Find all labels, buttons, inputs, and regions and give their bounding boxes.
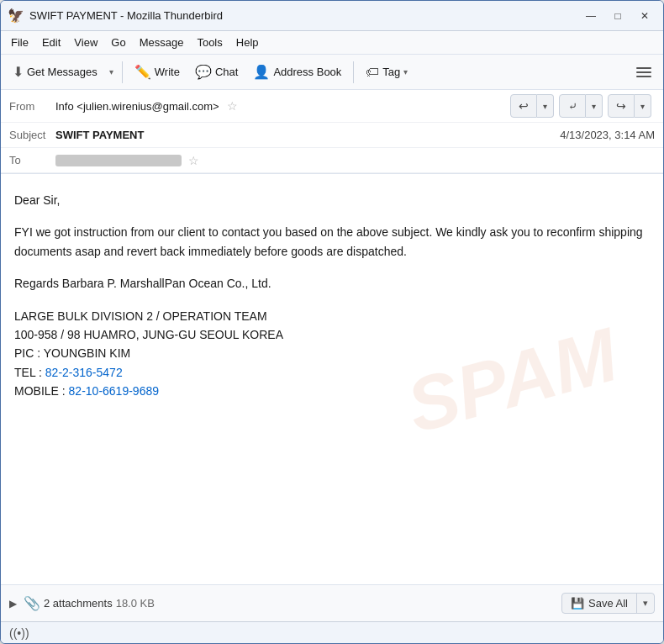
toolbar-divider-1 [122,61,123,83]
menu-edit[interactable]: Edit [35,34,67,50]
email-date: 4/13/2023, 3:14 AM [560,129,655,141]
company-line1: LARGE BULK DIVISION 2 / OPERATION TEAM [14,307,650,325]
menu-tools[interactable]: Tools [190,34,229,50]
chat-label: Chat [215,66,238,78]
close-button[interactable]: ✕ [633,7,656,25]
email-content: Dear Sir, FYI we got instruction from ou… [14,191,650,401]
save-all-icon: 💾 [571,597,584,610]
address-book-icon: 👤 [253,64,270,80]
minimize-button[interactable]: — [579,7,603,25]
reply-all-button[interactable]: ⤶ [559,94,586,118]
from-row: From Info <julien.wirenius@gmail.com> ☆ … [1,90,663,123]
tag-label: Tag [382,66,400,78]
forward-button[interactable]: ↪ [608,94,635,118]
from-name: Info [55,100,74,113]
reply-group: ↩ ▾ [510,94,554,118]
company-line2: 100-958 / 98 HUAMRO, JUNG-GU SEOUL KOREA [14,325,650,344]
subject-value: SWIFT PAYMENT [55,129,560,141]
menu-bar: File Edit View Go Message Tools Help [1,31,663,55]
subject-row: Subject SWIFT PAYMENT 4/13/2023, 3:14 AM [1,123,663,148]
menu-message[interactable]: Message [133,34,191,50]
email-header: From Info <julien.wirenius@gmail.com> ☆ … [1,90,663,174]
window-controls: — □ ✕ [579,7,656,25]
save-all-button[interactable]: 💾 Save All ▾ [561,593,655,614]
hamburger-menu-button[interactable] [630,62,658,82]
reply-all-group: ⤶ ▾ [559,94,603,118]
title-bar: 🦅 SWIFT PAYMENT - Mozilla Thunderbird — … [1,1,663,31]
attachments-count: 2 attachments [44,597,113,610]
tag-button[interactable]: 🏷 Tag ▾ [359,61,414,83]
save-all-label: Save All [588,597,628,610]
thunderbird-window: 🦅 SWIFT PAYMENT - Mozilla Thunderbird — … [0,0,664,644]
get-messages-dropdown-arrow: ▾ [109,67,113,77]
get-messages-dropdown[interactable]: ▾ [106,64,117,80]
to-value [55,155,182,166]
from-email: julien.wirenius@gmail.com [83,100,213,113]
address-book-label: Address Book [273,66,341,78]
menu-help[interactable]: Help [229,34,266,50]
address-book-button[interactable]: 👤 Address Book [246,61,348,83]
tel-link[interactable]: 82-2-316-5472 [45,366,123,379]
reply-toolbar: ↩ ▾ ⤶ ▾ ↪ ▾ [510,94,655,118]
reply-all-dropdown-button[interactable]: ▾ [586,94,603,118]
window-title: SWIFT PAYMENT - Mozilla Thunderbird [29,9,579,22]
write-icon: ✏️ [134,64,151,80]
mobile-label: MOBILE : [14,384,69,398]
hamburger-line-3 [636,76,651,77]
get-messages-icon: ⬇ [13,64,24,80]
attachments-bar: ▶ 📎 2 attachments 18.0 KB 💾 Save All ▾ [1,584,663,621]
maximize-button[interactable]: □ [606,7,630,25]
forward-group: ↪ ▾ [608,94,651,118]
get-messages-button[interactable]: ⬇ Get Messages [6,61,104,83]
menu-go[interactable]: Go [104,34,132,50]
save-all-main[interactable]: 💾 Save All [562,594,637,613]
tag-dropdown-arrow: ▾ [403,67,408,77]
menu-file[interactable]: File [4,34,35,50]
mobile-link[interactable]: 82-10-6619-9689 [69,384,159,398]
from-star-icon[interactable]: ☆ [227,99,238,113]
tel-line: TEL : 82-2-316-5472 [14,363,650,382]
regards-line: Regards Barbara P. MarshallPan Ocean Co.… [14,274,650,293]
company-line3: PIC : YOUNGBIN KIM [14,344,650,362]
get-messages-label: Get Messages [27,66,97,78]
write-label: Write [155,66,180,78]
connection-status-icon: ((•)) [9,626,29,640]
tag-icon: 🏷 [366,65,379,80]
to-label: To [9,154,55,166]
hamburger-line-2 [636,71,651,73]
status-bar: ((•)) [1,621,663,643]
attachments-size: 18.0 KB [116,597,155,610]
forward-dropdown-button[interactable]: ▾ [635,94,651,118]
from-label: From [9,100,55,113]
tel-label: TEL : [14,366,45,379]
subject-label: Subject [9,129,55,141]
main-toolbar: ⬇ Get Messages ▾ ✏️ Write 💬 Chat 👤 Addre… [1,55,663,90]
toolbar-divider-2 [353,61,354,83]
reply-dropdown-button[interactable]: ▾ [537,94,554,118]
mobile-line: MOBILE : 82-10-6619-9689 [14,382,650,400]
email-body: SPAM Dear Sir, FYI we got instruction fr… [1,174,663,584]
app-icon: 🦅 [8,8,24,24]
write-button[interactable]: ✏️ Write [128,61,187,83]
attachment-icon: 📎 [24,595,40,611]
save-all-dropdown[interactable]: ▾ [637,594,654,612]
greeting: Dear Sir, [14,191,650,209]
chat-button[interactable]: 💬 Chat [188,61,245,83]
attachments-expand-icon[interactable]: ▶ [9,598,17,610]
hamburger-line-1 [636,67,651,69]
from-value: Info <julien.wirenius@gmail.com> ☆ [55,99,510,113]
menu-view[interactable]: View [67,34,104,50]
to-row: To ☆ [1,148,663,173]
body-paragraph-1: FYI we got instruction from our client t… [14,223,650,261]
reply-button[interactable]: ↩ [510,94,537,118]
chat-icon: 💬 [195,64,212,80]
to-star-icon[interactable]: ☆ [188,154,199,167]
